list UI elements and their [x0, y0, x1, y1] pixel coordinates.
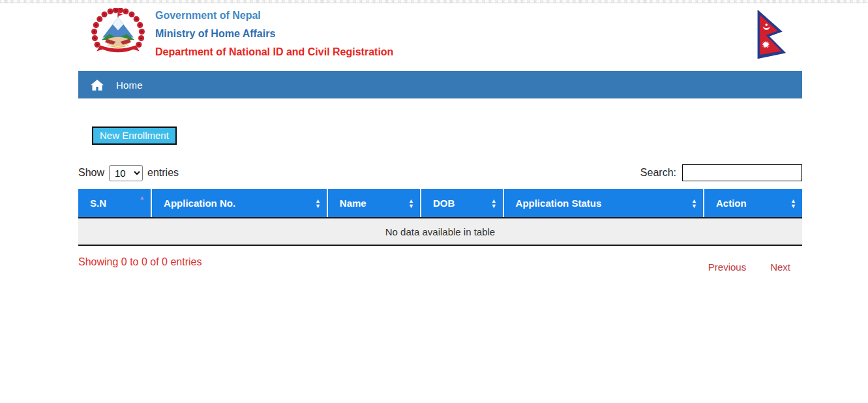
column-label: Name [340, 198, 367, 209]
column-header-name[interactable]: Name ▲▼ [327, 189, 421, 218]
column-label: Application Status [516, 198, 602, 209]
sort-icon: ▲▼ [691, 198, 697, 209]
entries-summary: Showing 0 to 0 of 0 entries [78, 255, 202, 268]
page-size-control: Show 10 entries [78, 165, 179, 181]
entries-label: entries [147, 167, 179, 179]
empty-table-message: No data available in table [78, 218, 802, 245]
empty-table-row: No data available in table [78, 218, 802, 245]
sort-icon: ▲▼ [408, 198, 414, 209]
next-page-link[interactable]: Next [770, 261, 790, 273]
home-icon [91, 79, 104, 91]
previous-page-link[interactable]: Previous [708, 261, 746, 273]
column-header-sn[interactable]: S.N ▲ [78, 189, 151, 218]
sort-icon: ▲▼ [315, 198, 321, 209]
column-header-dob[interactable]: DOB ▲▼ [421, 189, 503, 218]
main-content: New Enrollment Show 10 entries Search: S… [78, 98, 802, 273]
header-title-block: Government of Nepal Ministry of Home Aff… [155, 10, 393, 65]
sort-ascending-icon: ▲ [139, 195, 145, 200]
new-enrollment-button[interactable]: New Enrollment [92, 127, 177, 145]
sort-icon: ▲▼ [790, 198, 796, 209]
applications-table: S.N ▲ Application No. ▲▼ Name ▲▼ DOB ▲▼ … [78, 189, 802, 246]
search-control: Search: [640, 164, 802, 181]
site-header: Government of Nepal Ministry of Home Aff… [0, 3, 868, 71]
table-header-row: S.N ▲ Application No. ▲▼ Name ▲▼ DOB ▲▼ … [78, 189, 802, 218]
column-header-application-status[interactable]: Application Status ▲▼ [503, 189, 704, 218]
nav-home-label: Home [116, 80, 143, 91]
column-label: S.N [90, 198, 106, 209]
column-label: Application No. [164, 198, 235, 209]
column-header-application-no[interactable]: Application No. ▲▼ [151, 189, 327, 218]
column-label: Action [716, 198, 747, 209]
pagination: Previous Next [708, 255, 790, 273]
show-label: Show [78, 167, 104, 179]
nepal-flag [753, 8, 789, 61]
column-label: DOB [433, 198, 455, 209]
search-input[interactable] [682, 164, 802, 181]
sort-icon: ▲▼ [491, 198, 497, 209]
navbar: Home [78, 71, 802, 98]
ministry-title: Ministry of Home Affairs [155, 28, 393, 40]
government-title: Government of Nepal [155, 10, 393, 22]
nepal-government-emblem-logo [88, 8, 148, 61]
page-size-select[interactable]: 10 [109, 165, 143, 181]
table-controls: Show 10 entries Search: [78, 164, 802, 181]
search-label: Search: [640, 167, 676, 179]
department-title: Department of National ID and Civil Regi… [155, 46, 393, 58]
column-header-action[interactable]: Action ▲▼ [704, 189, 802, 218]
table-footer: Showing 0 to 0 of 0 entries Previous Nex… [78, 255, 802, 273]
nav-item-home[interactable]: Home [78, 79, 143, 91]
